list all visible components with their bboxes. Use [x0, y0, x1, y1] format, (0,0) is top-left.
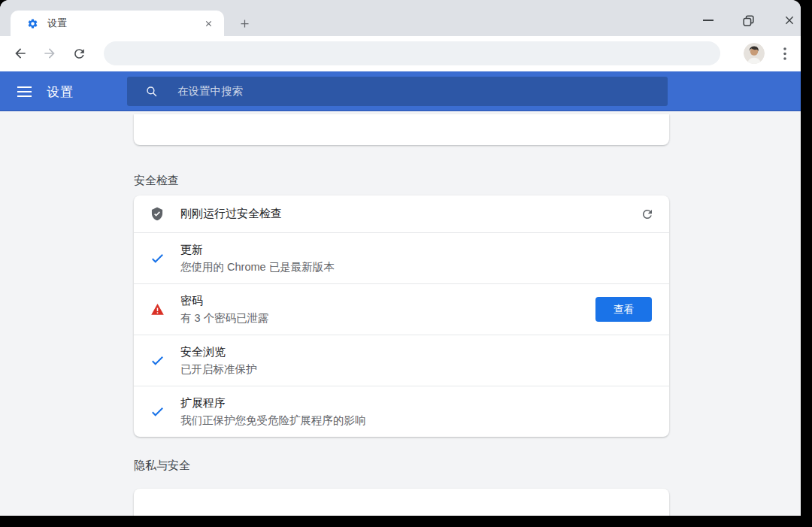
check-ok-icon [134, 386, 180, 437]
avatar-photo [744, 43, 765, 64]
forward-button[interactable] [39, 43, 60, 64]
safety-row-passwords: 密码 有 3 个密码已泄露 查看 [134, 283, 669, 335]
row-subtitle: 您使用的 Chrome 已是最新版本 [180, 259, 335, 274]
check-ok-icon [134, 335, 180, 386]
restore-icon [743, 15, 754, 26]
settings-header: 设置 在设置中搜索 [0, 71, 801, 111]
browser-window: 设置 [0, 0, 801, 516]
browser-toolbar [0, 36, 801, 71]
back-arrow-icon [13, 46, 28, 61]
minimize-button[interactable] [698, 11, 718, 30]
row-subtitle: 我们正保护您免受危险扩展程序的影响 [180, 413, 366, 428]
safety-row-extensions: 扩展程序 我们正保护您免受危险扩展程序的影响 [134, 386, 669, 437]
safety-check-heading: 安全检查 [134, 174, 179, 188]
settings-content: 安全检查 刚刚运行过安全检查 更新 [0, 111, 801, 516]
new-tab-button[interactable] [235, 14, 253, 32]
row-title: 安全浏览 [180, 344, 257, 359]
row-title: 更新 [180, 242, 335, 257]
forward-arrow-icon [42, 46, 57, 61]
main-menu-button[interactable] [15, 82, 35, 101]
safety-check-status-text: 刚刚运行过安全检查 [180, 207, 635, 221]
safety-check-status-row: 刚刚运行过安全检查 [134, 195, 669, 232]
reload-button[interactable] [68, 43, 89, 64]
safety-row-safe-browsing: 安全浏览 已开启标准保护 [134, 335, 669, 386]
restore-window-button[interactable] [738, 11, 758, 30]
row-subtitle: 有 3 个密码已泄露 [180, 310, 269, 326]
tab-title: 设置 [47, 17, 201, 30]
privacy-security-heading: 隐私与安全 [134, 459, 190, 473]
previous-section-card-partial [134, 114, 669, 145]
settings-page-title: 设置 [47, 83, 74, 101]
privacy-section-card-partial [134, 489, 669, 516]
row-title: 密码 [180, 293, 269, 308]
review-passwords-button[interactable]: 查看 [595, 297, 652, 322]
settings-search-input[interactable]: 在设置中搜索 [127, 77, 668, 106]
back-button[interactable] [10, 43, 31, 64]
rerun-safety-check-button[interactable] [635, 201, 660, 227]
refresh-icon [641, 207, 654, 221]
screen: 设置 [0, 0, 812, 527]
close-window-button[interactable] [780, 11, 799, 30]
settings-gear-icon [27, 18, 38, 29]
minimize-icon [703, 20, 714, 21]
reload-icon [72, 47, 86, 61]
safety-row-updates: 更新 您使用的 Chrome 已是最新版本 [134, 232, 669, 283]
tab-close-icon[interactable] [201, 17, 215, 30]
search-icon [145, 85, 158, 98]
profile-avatar[interactable] [744, 43, 765, 64]
safety-check-card: 刚刚运行过安全检查 更新 您使用的 Chrome 已是最新版本 [134, 195, 669, 437]
check-ok-icon [134, 233, 180, 283]
address-bar[interactable] [104, 41, 720, 65]
tab-settings[interactable]: 设置 [11, 11, 224, 36]
shield-check-icon [134, 207, 180, 222]
search-placeholder: 在设置中搜索 [177, 84, 243, 98]
row-title: 扩展程序 [180, 395, 366, 410]
warning-triangle-icon [134, 284, 180, 335]
row-subtitle: 已开启标准保护 [180, 362, 257, 377]
browser-menu-button[interactable] [774, 43, 795, 64]
three-dot-menu-icon [783, 47, 786, 60]
close-icon [783, 14, 795, 26]
tab-strip: 设置 [0, 0, 801, 36]
